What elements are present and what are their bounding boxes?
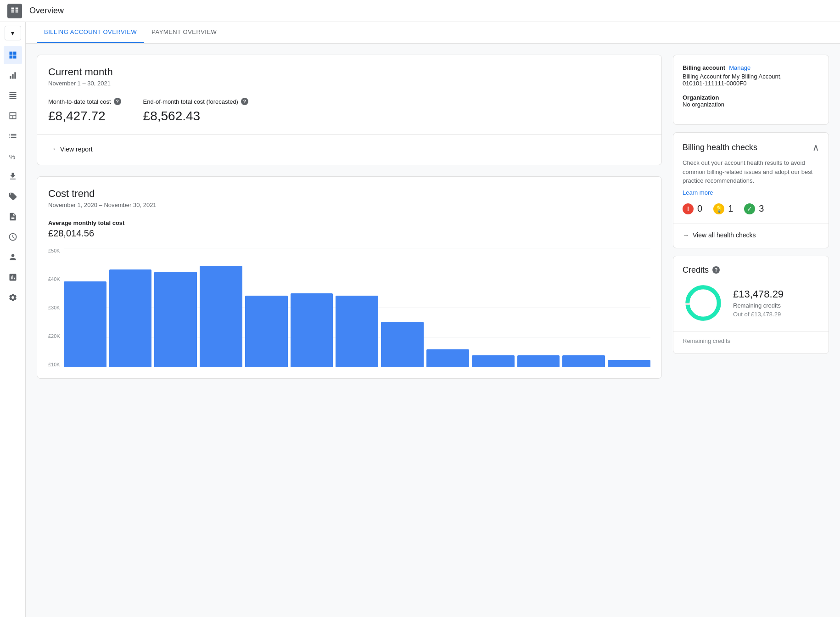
sidebar-item-commitments[interactable]: % (4, 147, 22, 165)
manage-link[interactable]: Manage (729, 64, 750, 71)
cost-row: Month-to-date total cost ? £8,427.72 End… (48, 98, 650, 123)
svg-rect-16 (9, 98, 16, 99)
credits-body: £13,478.29 Remaining credits Out of £13,… (683, 282, 819, 324)
svg-rect-8 (9, 56, 12, 59)
tab-payment[interactable]: PAYMENT OVERVIEW (144, 22, 224, 43)
health-stats: ! 0 💡 1 ✓ 3 (683, 203, 819, 214)
current-month-card: Current month November 1 – 30, 2021 Mont… (37, 55, 662, 165)
health-divider (673, 224, 829, 224)
y-label-10k: £10K (48, 362, 60, 367)
svg-rect-15 (9, 96, 16, 97)
learn-more-link[interactable]: Learn more (683, 189, 819, 196)
sidebar-item-budgets[interactable] (4, 127, 22, 145)
bar-sep-21 (517, 355, 560, 367)
out-of-prefix: Out of (733, 311, 749, 318)
bar-mar-21 (245, 296, 288, 367)
month-to-date-help-icon[interactable]: ? (114, 98, 121, 105)
out-of-amount: £13,478.29 (751, 311, 781, 318)
svg-rect-7 (13, 52, 16, 55)
health-header: Billing health checks ∧ (683, 142, 819, 153)
svg-rect-13 (9, 92, 16, 94)
arrow-right-icon: → (48, 144, 56, 154)
health-stat-success: ✓ 3 (744, 203, 764, 214)
view-all-health-link[interactable]: → View all health checks (683, 231, 819, 239)
sidebar-dropdown[interactable]: ▾ (5, 26, 21, 40)
month-to-date-item: Month-to-date total cost ? £8,427.72 (48, 98, 121, 123)
svg-rect-0 (11, 7, 14, 9)
bar-jun-21 (381, 322, 424, 367)
credits-out-of: Out of £13,478.29 (733, 311, 784, 318)
svg-rect-2 (11, 11, 14, 12)
bar-nov-20 (64, 281, 106, 367)
health-description: Check out your account health results to… (683, 158, 819, 185)
left-column: Current month November 1 – 30, 2021 Mont… (37, 55, 662, 606)
billing-health-checks-card: Billing health checks ∧ Check out your a… (673, 132, 829, 248)
billing-account-label: Billing account (683, 64, 725, 71)
svg-rect-9 (13, 56, 16, 59)
month-to-date-value: £8,427.72 (48, 109, 121, 123)
sidebar-item-settings[interactable] (4, 288, 22, 307)
svg-rect-11 (12, 74, 13, 79)
month-to-date-label: Month-to-date total cost ? (48, 98, 121, 105)
chart-y-labels: £50K £40K £30K £20K £10K (48, 248, 60, 367)
sidebar-item-tags[interactable] (4, 187, 22, 206)
content-area: BILLING ACCOUNT OVERVIEW PAYMENT OVERVIE… (26, 22, 840, 617)
y-label-40k: £40K (48, 276, 60, 282)
svg-rect-5 (16, 11, 18, 12)
page-title: Overview (29, 6, 64, 16)
sidebar-item-overview[interactable] (4, 46, 22, 64)
view-report-link[interactable]: → View report (48, 135, 650, 154)
grid-line-40k (64, 278, 650, 278)
end-of-month-item: End-of-month total cost (forecasted) ? £… (143, 98, 248, 123)
end-of-month-help-icon[interactable]: ? (241, 98, 248, 105)
bar-oct-21 (562, 355, 605, 367)
warning-icon: 💡 (713, 203, 724, 214)
view-all-label: View all health checks (693, 231, 756, 239)
sidebar-item-resources[interactable] (4, 268, 22, 286)
credits-help-icon[interactable]: ? (712, 266, 720, 274)
sidebar-item-accounts[interactable] (4, 248, 22, 266)
cost-trend-card: Cost trend November 1, 2020 – November 3… (37, 176, 662, 379)
page-content: Current month November 1 – 30, 2021 Mont… (26, 44, 840, 617)
y-label-30k: £30K (48, 305, 60, 310)
warning-count: 1 (728, 203, 733, 214)
credits-remaining-label: Remaining credits (733, 302, 784, 309)
bar-feb-21 (200, 266, 242, 367)
success-count: 3 (759, 203, 764, 214)
org-label: Organization (683, 94, 819, 101)
health-stat-warning: 💡 1 (713, 203, 733, 214)
y-label-50k: £50K (48, 248, 60, 253)
svg-rect-4 (16, 9, 18, 11)
tab-billing-account[interactable]: BILLING ACCOUNT OVERVIEW (37, 22, 144, 43)
org-value: No organization (683, 101, 819, 108)
credits-donut-chart (683, 282, 724, 324)
view-report-label: View report (60, 146, 93, 153)
credits-info: £13,478.29 Remaining credits Out of £13,… (733, 288, 784, 318)
bar-apr-21 (291, 293, 333, 367)
error-icon: ! (683, 203, 694, 214)
chart-bars-area (64, 248, 650, 367)
sidebar-item-cost-table[interactable] (4, 86, 22, 105)
arrow-right-icon: → (683, 231, 689, 239)
current-month-title: Current month (48, 66, 650, 78)
grid-line-50k (64, 248, 650, 248)
sidebar-item-export[interactable] (4, 167, 22, 185)
health-title: Billing health checks (683, 143, 757, 152)
sidebar-item-cost-breakdown[interactable] (4, 107, 22, 125)
cost-trend-chart: £50K £40K £30K £20K £10K (48, 248, 650, 367)
chevron-up-icon: ∧ (812, 142, 819, 153)
app-icon (7, 4, 22, 18)
avg-cost-label: Average monthly total cost (48, 219, 650, 226)
cost-trend-date: November 1, 2020 – November 30, 2021 (48, 202, 650, 208)
sidebar-item-invoices[interactable] (4, 208, 22, 226)
svg-rect-14 (9, 94, 16, 95)
sidebar-item-cost-anomaly[interactable] (4, 228, 22, 246)
success-icon: ✓ (744, 203, 755, 214)
svg-text:%: % (9, 153, 15, 161)
svg-rect-3 (16, 7, 18, 9)
current-month-date: November 1 – 30, 2021 (48, 80, 650, 87)
svg-rect-1 (11, 9, 14, 11)
bar-aug-21 (472, 355, 515, 367)
sidebar-item-reports[interactable] (4, 66, 22, 84)
tabs-bar: BILLING ACCOUNT OVERVIEW PAYMENT OVERVIE… (26, 22, 840, 44)
